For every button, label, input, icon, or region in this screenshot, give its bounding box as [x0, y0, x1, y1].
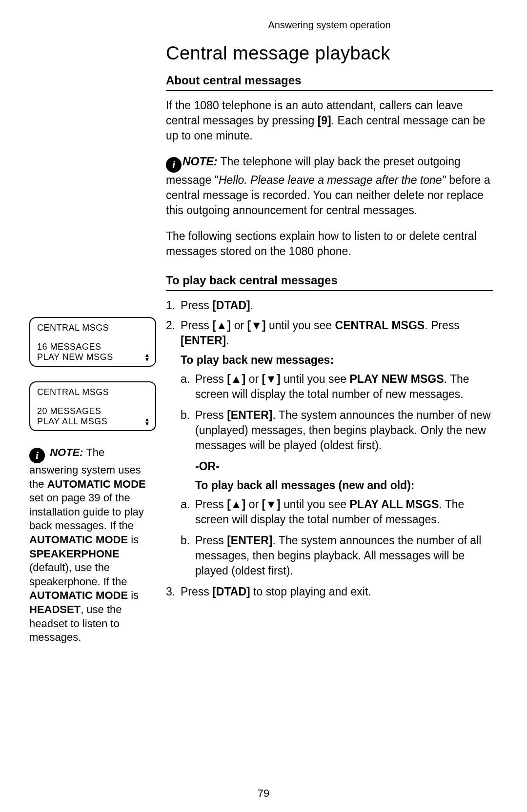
- lcd-line-2: 16 MESSAGES: [37, 342, 148, 352]
- sub-steps-all: a. Press [▲] or [▼] until you see PLAY A…: [181, 497, 493, 578]
- text: Press: [195, 534, 227, 547]
- or-separator: -OR-: [195, 459, 493, 474]
- key-up: [▲]: [227, 498, 245, 511]
- text: until you see: [281, 498, 350, 511]
- key-up: [▲]: [212, 319, 231, 332]
- page-header: Answering system operation: [166, 20, 493, 31]
- para-following-sections: The following sections explain how to li…: [166, 229, 493, 259]
- menu-play-all: PLAY ALL MSGS: [350, 498, 439, 511]
- key-enter: [ENTER]: [227, 409, 272, 421]
- lcd-line-3: PLAY ALL MSGS: [37, 416, 148, 427]
- note-label: NOTE:: [50, 446, 83, 458]
- step-number: 2.: [166, 318, 175, 333]
- substep-new-b: b. Press [ENTER]. The system announces t…: [181, 408, 493, 453]
- text: Press: [195, 498, 227, 511]
- menu-play-new: PLAY NEW MSGS: [350, 373, 444, 385]
- info-icon: i: [29, 448, 45, 463]
- step-number: 1.: [166, 298, 175, 313]
- key-down: [▼]: [262, 373, 281, 385]
- text: to stop playing and exit.: [250, 585, 371, 598]
- section-about-heading: About central messages: [166, 74, 493, 91]
- side-note-automatic-mode: i NOTE: The answering system uses the AU…: [29, 446, 156, 645]
- menu-central-msgs: CENTRAL MSGS: [335, 319, 425, 332]
- lcd-line-1: CENTRAL MSGS: [37, 323, 148, 333]
- key-up: [▲]: [227, 373, 245, 385]
- step-1: 1. Press [DTAD].: [166, 298, 493, 313]
- steps-list: 1. Press [DTAD]. 2. Press [▲] or [▼] unt…: [166, 298, 493, 599]
- subheading-all-messages: To play back all messages (new and old):: [195, 478, 493, 493]
- key-9: [9]: [318, 114, 331, 127]
- note-label: NOTE:: [182, 155, 218, 168]
- step-letter: b.: [181, 408, 190, 423]
- term-automatic-mode: AUTOMATIC MODE: [29, 589, 128, 601]
- text: until you see: [266, 319, 335, 332]
- scroll-arrows-icon: ▲▼: [144, 353, 150, 362]
- text: until you see: [281, 373, 350, 385]
- text: (default), use the speakerphone. If the: [29, 561, 127, 588]
- step-number: 3.: [166, 584, 175, 599]
- text: or: [231, 319, 247, 332]
- term-automatic-mode: AUTOMATIC MODE: [29, 534, 128, 546]
- text: or: [245, 373, 262, 385]
- key-enter: [ENTER]: [227, 534, 272, 547]
- page-title: Central message playback: [166, 43, 493, 64]
- step-letter: b.: [181, 533, 190, 548]
- info-icon: i: [166, 157, 182, 173]
- sub-steps-new: a. Press [▲] or [▼] until you see PLAY N…: [181, 372, 493, 453]
- note-italic-quote: Hello. Please leave a message after the …: [219, 174, 446, 186]
- step-2: 2. Press [▲] or [▼] until you see CENTRA…: [166, 318, 493, 578]
- key-down: [▼]: [262, 498, 281, 511]
- text: or: [245, 498, 262, 511]
- text: Press: [195, 409, 227, 421]
- text: Press: [181, 585, 212, 598]
- text: is: [128, 534, 139, 546]
- step-letter: a.: [181, 372, 190, 387]
- text: set on page 39 of the installation guide…: [29, 492, 144, 532]
- text: Press: [181, 299, 212, 312]
- note-outgoing-message: iNOTE: The telephone will play back the …: [166, 154, 493, 218]
- key-enter: [ENTER]: [181, 334, 226, 347]
- para-intro: If the 1080 telephone is an auto attenda…: [166, 98, 493, 143]
- lcd-screen-new-msgs: CENTRAL MSGS 16 MESSAGES PLAY NEW MSGS ▲…: [29, 317, 156, 367]
- text: Press: [195, 373, 227, 385]
- lcd-line-1: CENTRAL MSGS: [37, 387, 148, 397]
- term-automatic-mode: AUTOMATIC MODE: [47, 478, 146, 490]
- subheading-new-messages: To play back new messages:: [181, 353, 493, 368]
- text: . Press: [425, 319, 460, 332]
- scroll-arrows-icon: ▲▼: [144, 417, 150, 426]
- term-headset: HEADSET: [29, 603, 81, 615]
- key-down: [▼]: [247, 319, 266, 332]
- term-speakerphone: SPEAKERPHONE: [29, 548, 120, 560]
- key-dtad: [DTAD]: [212, 299, 250, 312]
- lcd-line-2: 20 MESSAGES: [37, 406, 148, 416]
- step-3: 3. Press [DTAD] to stop playing and exit…: [166, 584, 493, 599]
- key-dtad: [DTAD]: [212, 585, 250, 598]
- substep-all-a: a. Press [▲] or [▼] until you see PLAY A…: [181, 497, 493, 527]
- text: .: [250, 299, 253, 312]
- section-playback-heading: To play back central messages: [166, 274, 493, 291]
- substep-all-b: b. Press [ENTER]. The system announces t…: [181, 533, 493, 578]
- lcd-screen-all-msgs: CENTRAL MSGS 20 MESSAGES PLAY ALL MSGS ▲…: [29, 381, 156, 431]
- lcd-line-3: PLAY NEW MSGS: [37, 352, 148, 362]
- step-letter: a.: [181, 497, 190, 512]
- page-number: 79: [0, 787, 527, 800]
- substep-new-a: a. Press [▲] or [▼] until you see PLAY N…: [181, 372, 493, 402]
- text: Press: [181, 319, 212, 332]
- text: is: [128, 589, 139, 601]
- text: .: [226, 334, 229, 347]
